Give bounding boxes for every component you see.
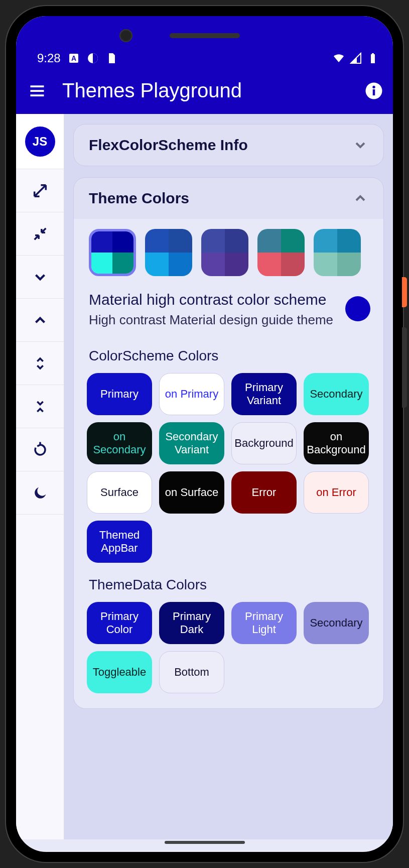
color-chip[interactable]: Secondary Variant: [159, 422, 224, 464]
color-chip[interactable]: on Background: [304, 422, 369, 464]
colorscheme-grid: Primaryon PrimaryPrimary VariantSecondar…: [84, 373, 373, 563]
chevron-down-icon: [352, 137, 368, 153]
rail-collapse[interactable]: [16, 212, 64, 256]
color-chip[interactable]: on Primary: [159, 373, 224, 415]
info-card: FlexColorScheme Info: [73, 124, 384, 166]
scheme-indicator-dot[interactable]: [345, 296, 370, 321]
theme-colors-body: Material high contrast color scheme High…: [74, 219, 383, 708]
color-chip[interactable]: Primary Light: [231, 602, 297, 644]
color-chip[interactable]: on Error: [304, 471, 369, 514]
rail-dark-mode[interactable]: [16, 471, 64, 515]
theme-swatch[interactable]: [145, 229, 192, 276]
collapse-diagonal-icon: [32, 225, 49, 242]
color-chip[interactable]: Surface: [87, 471, 152, 514]
color-chip[interactable]: Error: [231, 471, 297, 514]
theme-swatch[interactable]: [257, 229, 305, 276]
phone-frame: 9:28 A Themes Playground: [6, 6, 403, 862]
expand-diagonal-icon: [32, 182, 49, 199]
svg-rect-4: [372, 53, 374, 54]
rail-avatar[interactable]: JS: [16, 114, 64, 169]
screen: 9:28 A Themes Playground: [16, 16, 393, 852]
color-chip[interactable]: Themed AppBar: [87, 521, 152, 563]
color-chip[interactable]: Primary Variant: [231, 373, 297, 415]
theme-colors-card: Theme Colors Material high contrast colo…: [73, 177, 384, 709]
rail-reset[interactable]: [16, 428, 64, 471]
wifi-icon: [333, 52, 345, 64]
navigation-rail: JS: [16, 114, 64, 839]
color-chip[interactable]: Primary Dark: [159, 602, 224, 644]
rail-up[interactable]: [16, 299, 64, 342]
sd-card-icon: [106, 52, 118, 64]
contrast-icon: [87, 52, 99, 64]
scheme-subtitle: High contrast Material design guide them…: [89, 312, 337, 328]
unfold-icon: [32, 355, 49, 372]
status-bar: 9:28 A: [16, 51, 393, 70]
svg-point-6: [372, 85, 375, 88]
color-chip[interactable]: Toggleable: [87, 651, 152, 693]
chevron-up-icon: [32, 312, 49, 329]
theme-swatch[interactable]: [314, 229, 361, 276]
svg-rect-7: [373, 89, 375, 95]
app-icon-a: A: [68, 52, 80, 64]
color-chip[interactable]: Secondary: [304, 373, 369, 415]
color-chip[interactable]: on Surface: [159, 471, 224, 514]
scheme-description: Material high contrast color scheme High…: [84, 290, 373, 343]
rail-expand[interactable]: [16, 169, 64, 212]
scheme-title: Material high contrast color scheme: [89, 290, 337, 309]
themedata-grid: Primary ColorPrimary DarkPrimary LightSe…: [84, 602, 373, 693]
theme-colors-header[interactable]: Theme Colors: [74, 178, 383, 219]
info-card-header[interactable]: FlexColorScheme Info: [74, 125, 383, 166]
content[interactable]: FlexColorScheme Info Theme Colors Materi…: [64, 114, 393, 839]
info-icon[interactable]: [365, 82, 383, 100]
info-card-title: FlexColorScheme Info: [89, 137, 248, 154]
color-chip[interactable]: Primary Color: [87, 602, 152, 644]
themedata-label: ThemeData Colors: [89, 577, 373, 593]
status-time: 9:28: [37, 51, 61, 65]
theme-swatch[interactable]: [201, 229, 248, 276]
appbar: Themes Playground: [16, 70, 393, 114]
color-chip[interactable]: Bottom: [159, 651, 224, 693]
rail-fold[interactable]: [16, 385, 64, 428]
home-indicator: [165, 841, 245, 844]
moon-icon: [32, 484, 49, 502]
chevron-down-icon: [32, 269, 49, 286]
chevron-up-icon: [352, 190, 368, 206]
color-chip[interactable]: Background: [231, 422, 297, 464]
svg-text:A: A: [71, 54, 76, 62]
theme-swatch[interactable]: [89, 229, 136, 276]
swatch-row[interactable]: [84, 229, 373, 276]
fold-icon: [32, 398, 49, 415]
svg-rect-3: [371, 54, 375, 63]
appbar-title: Themes Playground: [62, 79, 351, 102]
volume-button: [402, 327, 407, 408]
color-chip[interactable]: Primary: [87, 373, 152, 415]
signal-icon: [350, 52, 362, 64]
menu-icon[interactable]: [26, 82, 48, 100]
color-chip[interactable]: Secondary: [304, 602, 369, 644]
body: JS: [16, 114, 393, 839]
rail-unfold[interactable]: [16, 342, 64, 385]
color-chip[interactable]: on Secondary: [87, 422, 152, 464]
power-button: [402, 277, 407, 307]
colorscheme-label: ColorScheme Colors: [89, 348, 373, 364]
battery-icon: [367, 52, 379, 64]
notch: [150, 28, 260, 43]
reset-icon: [32, 441, 49, 458]
theme-colors-title: Theme Colors: [89, 190, 189, 207]
avatar: JS: [25, 127, 55, 157]
rail-down[interactable]: [16, 256, 64, 299]
